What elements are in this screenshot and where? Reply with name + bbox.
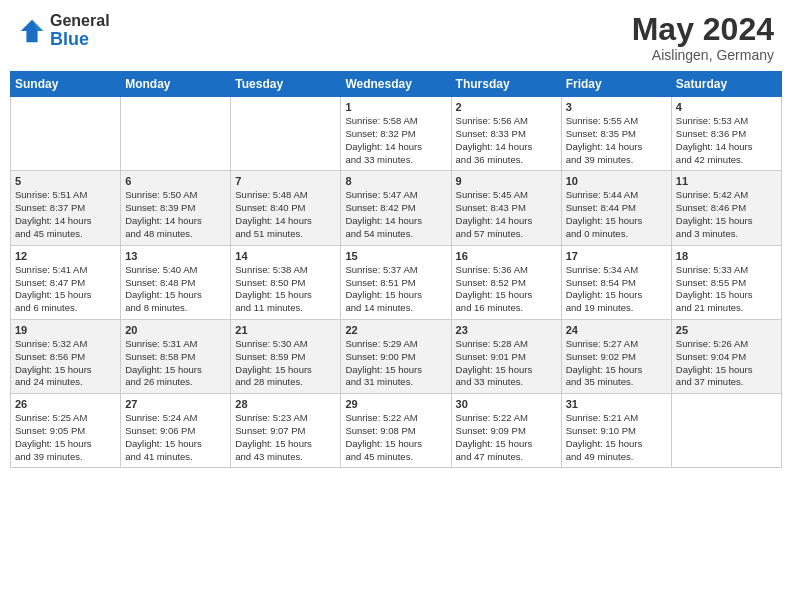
day-number: 23 — [456, 324, 557, 336]
calendar-cell-w2-d2: 6Sunrise: 5:50 AM Sunset: 8:39 PM Daylig… — [121, 171, 231, 245]
day-number: 5 — [15, 175, 116, 187]
day-info: Sunrise: 5:42 AM Sunset: 8:46 PM Dayligh… — [676, 189, 777, 240]
day-number: 27 — [125, 398, 226, 410]
page: General Blue May 2024 Aislingen, Germany… — [0, 0, 792, 612]
header: General Blue May 2024 Aislingen, Germany — [0, 0, 792, 67]
col-tuesday: Tuesday — [231, 72, 341, 97]
calendar-cell-w5-d5: 30Sunrise: 5:22 AM Sunset: 9:09 PM Dayli… — [451, 394, 561, 468]
calendar-cell-w4-d1: 19Sunrise: 5:32 AM Sunset: 8:56 PM Dayli… — [11, 319, 121, 393]
day-number: 17 — [566, 250, 667, 262]
day-number: 29 — [345, 398, 446, 410]
day-number: 8 — [345, 175, 446, 187]
col-thursday: Thursday — [451, 72, 561, 97]
month-title: May 2024 — [632, 12, 774, 47]
day-info: Sunrise: 5:36 AM Sunset: 8:52 PM Dayligh… — [456, 264, 557, 315]
day-number: 25 — [676, 324, 777, 336]
day-number: 10 — [566, 175, 667, 187]
calendar-table: Sunday Monday Tuesday Wednesday Thursday… — [10, 71, 782, 468]
day-info: Sunrise: 5:26 AM Sunset: 9:04 PM Dayligh… — [676, 338, 777, 389]
calendar-cell-w1-d7: 4Sunrise: 5:53 AM Sunset: 8:36 PM Daylig… — [671, 97, 781, 171]
day-number: 7 — [235, 175, 336, 187]
calendar-cell-w4-d4: 22Sunrise: 5:29 AM Sunset: 9:00 PM Dayli… — [341, 319, 451, 393]
col-monday: Monday — [121, 72, 231, 97]
day-info: Sunrise: 5:25 AM Sunset: 9:05 PM Dayligh… — [15, 412, 116, 463]
day-number: 19 — [15, 324, 116, 336]
calendar-cell-w2-d1: 5Sunrise: 5:51 AM Sunset: 8:37 PM Daylig… — [11, 171, 121, 245]
calendar-cell-w4-d5: 23Sunrise: 5:28 AM Sunset: 9:01 PM Dayli… — [451, 319, 561, 393]
day-info: Sunrise: 5:40 AM Sunset: 8:48 PM Dayligh… — [125, 264, 226, 315]
col-friday: Friday — [561, 72, 671, 97]
day-info: Sunrise: 5:23 AM Sunset: 9:07 PM Dayligh… — [235, 412, 336, 463]
day-number: 31 — [566, 398, 667, 410]
calendar-cell-w4-d3: 21Sunrise: 5:30 AM Sunset: 8:59 PM Dayli… — [231, 319, 341, 393]
day-info: Sunrise: 5:32 AM Sunset: 8:56 PM Dayligh… — [15, 338, 116, 389]
day-info: Sunrise: 5:27 AM Sunset: 9:02 PM Dayligh… — [566, 338, 667, 389]
day-number: 22 — [345, 324, 446, 336]
day-info: Sunrise: 5:55 AM Sunset: 8:35 PM Dayligh… — [566, 115, 667, 166]
logo-blue: Blue — [50, 30, 110, 50]
calendar-week-1: 1Sunrise: 5:58 AM Sunset: 8:32 PM Daylig… — [11, 97, 782, 171]
day-number: 20 — [125, 324, 226, 336]
day-info: Sunrise: 5:41 AM Sunset: 8:47 PM Dayligh… — [15, 264, 116, 315]
day-number: 3 — [566, 101, 667, 113]
calendar-cell-w3-d7: 18Sunrise: 5:33 AM Sunset: 8:55 PM Dayli… — [671, 245, 781, 319]
calendar-cell-w1-d2 — [121, 97, 231, 171]
calendar-week-2: 5Sunrise: 5:51 AM Sunset: 8:37 PM Daylig… — [11, 171, 782, 245]
calendar-header-row: Sunday Monday Tuesday Wednesday Thursday… — [11, 72, 782, 97]
calendar-cell-w5-d3: 28Sunrise: 5:23 AM Sunset: 9:07 PM Dayli… — [231, 394, 341, 468]
day-info: Sunrise: 5:33 AM Sunset: 8:55 PM Dayligh… — [676, 264, 777, 315]
day-info: Sunrise: 5:29 AM Sunset: 9:00 PM Dayligh… — [345, 338, 446, 389]
day-info: Sunrise: 5:28 AM Sunset: 9:01 PM Dayligh… — [456, 338, 557, 389]
day-info: Sunrise: 5:50 AM Sunset: 8:39 PM Dayligh… — [125, 189, 226, 240]
calendar-cell-w3-d6: 17Sunrise: 5:34 AM Sunset: 8:54 PM Dayli… — [561, 245, 671, 319]
day-info: Sunrise: 5:53 AM Sunset: 8:36 PM Dayligh… — [676, 115, 777, 166]
calendar-cell-w1-d1 — [11, 97, 121, 171]
day-number: 16 — [456, 250, 557, 262]
day-number: 28 — [235, 398, 336, 410]
calendar-cell-w5-d1: 26Sunrise: 5:25 AM Sunset: 9:05 PM Dayli… — [11, 394, 121, 468]
day-number: 1 — [345, 101, 446, 113]
calendar-week-4: 19Sunrise: 5:32 AM Sunset: 8:56 PM Dayli… — [11, 319, 782, 393]
logo-icon — [18, 17, 46, 45]
day-number: 12 — [15, 250, 116, 262]
day-number: 6 — [125, 175, 226, 187]
calendar-cell-w3-d5: 16Sunrise: 5:36 AM Sunset: 8:52 PM Dayli… — [451, 245, 561, 319]
day-info: Sunrise: 5:45 AM Sunset: 8:43 PM Dayligh… — [456, 189, 557, 240]
calendar-cell-w2-d4: 8Sunrise: 5:47 AM Sunset: 8:42 PM Daylig… — [341, 171, 451, 245]
day-info: Sunrise: 5:22 AM Sunset: 9:08 PM Dayligh… — [345, 412, 446, 463]
day-info: Sunrise: 5:30 AM Sunset: 8:59 PM Dayligh… — [235, 338, 336, 389]
day-number: 13 — [125, 250, 226, 262]
col-saturday: Saturday — [671, 72, 781, 97]
day-number: 21 — [235, 324, 336, 336]
calendar-cell-w4-d6: 24Sunrise: 5:27 AM Sunset: 9:02 PM Dayli… — [561, 319, 671, 393]
day-info: Sunrise: 5:48 AM Sunset: 8:40 PM Dayligh… — [235, 189, 336, 240]
logo: General Blue — [18, 12, 110, 49]
day-info: Sunrise: 5:44 AM Sunset: 8:44 PM Dayligh… — [566, 189, 667, 240]
day-info: Sunrise: 5:34 AM Sunset: 8:54 PM Dayligh… — [566, 264, 667, 315]
calendar-cell-w5-d6: 31Sunrise: 5:21 AM Sunset: 9:10 PM Dayli… — [561, 394, 671, 468]
calendar-cell-w2-d6: 10Sunrise: 5:44 AM Sunset: 8:44 PM Dayli… — [561, 171, 671, 245]
day-info: Sunrise: 5:37 AM Sunset: 8:51 PM Dayligh… — [345, 264, 446, 315]
calendar-cell-w1-d4: 1Sunrise: 5:58 AM Sunset: 8:32 PM Daylig… — [341, 97, 451, 171]
calendar-cell-w1-d5: 2Sunrise: 5:56 AM Sunset: 8:33 PM Daylig… — [451, 97, 561, 171]
day-info: Sunrise: 5:56 AM Sunset: 8:33 PM Dayligh… — [456, 115, 557, 166]
calendar-cell-w5-d4: 29Sunrise: 5:22 AM Sunset: 9:08 PM Dayli… — [341, 394, 451, 468]
day-number: 9 — [456, 175, 557, 187]
day-number: 24 — [566, 324, 667, 336]
calendar-cell-w3-d2: 13Sunrise: 5:40 AM Sunset: 8:48 PM Dayli… — [121, 245, 231, 319]
day-info: Sunrise: 5:58 AM Sunset: 8:32 PM Dayligh… — [345, 115, 446, 166]
col-sunday: Sunday — [11, 72, 121, 97]
calendar-week-3: 12Sunrise: 5:41 AM Sunset: 8:47 PM Dayli… — [11, 245, 782, 319]
day-info: Sunrise: 5:22 AM Sunset: 9:09 PM Dayligh… — [456, 412, 557, 463]
day-number: 18 — [676, 250, 777, 262]
calendar-cell-w5-d2: 27Sunrise: 5:24 AM Sunset: 9:06 PM Dayli… — [121, 394, 231, 468]
day-number: 26 — [15, 398, 116, 410]
calendar-cell-w2-d5: 9Sunrise: 5:45 AM Sunset: 8:43 PM Daylig… — [451, 171, 561, 245]
calendar-cell-w1-d3 — [231, 97, 341, 171]
calendar-cell-w2-d3: 7Sunrise: 5:48 AM Sunset: 8:40 PM Daylig… — [231, 171, 341, 245]
day-number: 11 — [676, 175, 777, 187]
calendar-cell-w5-d7 — [671, 394, 781, 468]
logo-general: General — [50, 12, 110, 30]
calendar-week-5: 26Sunrise: 5:25 AM Sunset: 9:05 PM Dayli… — [11, 394, 782, 468]
day-info: Sunrise: 5:38 AM Sunset: 8:50 PM Dayligh… — [235, 264, 336, 315]
